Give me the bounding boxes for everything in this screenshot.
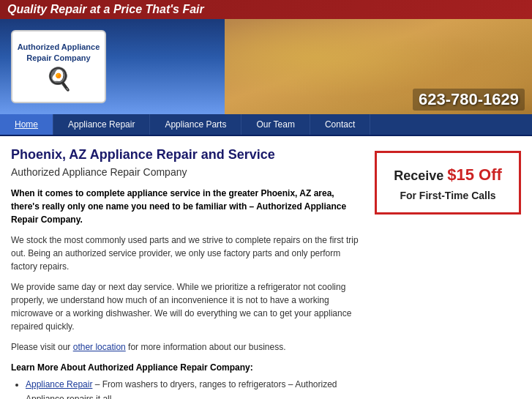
nav-home[interactable]: Home bbox=[0, 114, 53, 135]
logo-text: Authorized Appliance Repair Company bbox=[18, 42, 100, 63]
promo-text: Receive $15 Off bbox=[388, 164, 508, 187]
phone-number: 623-780-1629 bbox=[413, 89, 525, 111]
nav-appliance-parts[interactable]: Appliance Parts bbox=[150, 114, 241, 135]
page-title: Phoenix, AZ Appliance Repair and Service bbox=[11, 147, 364, 163]
para3: Please visit our other location for more… bbox=[11, 340, 364, 354]
nav-contact[interactable]: Contact bbox=[310, 114, 370, 135]
para1: We stock the most commonly used parts an… bbox=[11, 234, 364, 273]
promo-amount: $15 Off bbox=[447, 165, 502, 184]
logo-box: Authorized Appliance Repair Company 🍳 bbox=[11, 30, 106, 103]
header-area: Authorized Appliance Repair Company 🍳 62… bbox=[0, 19, 532, 114]
content-left: Phoenix, AZ Appliance Repair and Service… bbox=[11, 147, 364, 399]
nav-our-team[interactable]: Our Team bbox=[241, 114, 310, 135]
learn-more-title: Learn More About Authorized Appliance Re… bbox=[11, 362, 364, 373]
company-subheading: Authorized Appliance Repair Company bbox=[11, 166, 364, 178]
appliance-icon: 🍳 bbox=[45, 66, 72, 92]
list-item: Appliance Repair – From washers to dryer… bbox=[26, 377, 364, 399]
promo-box: Receive $15 Off For First-Time Calls bbox=[375, 151, 521, 215]
nav-appliance-repair[interactable]: Appliance Repair bbox=[53, 114, 150, 135]
appliance-repair-link[interactable]: Appliance Repair bbox=[26, 379, 92, 389]
promo-subtext: For First-Time Calls bbox=[388, 190, 508, 201]
nav-bar: Home Appliance Repair Appliance Parts Ou… bbox=[0, 114, 532, 136]
top-banner: Quality Repair at a Price That's Fair bbox=[0, 0, 532, 19]
intro-paragraph: When it comes to complete appliance serv… bbox=[11, 187, 364, 226]
content-right: Receive $15 Off For First-Time Calls bbox=[375, 147, 521, 399]
other-location-link[interactable]: other location bbox=[73, 342, 126, 352]
main-content: Phoenix, AZ Appliance Repair and Service… bbox=[0, 136, 532, 399]
banner-title: Quality Repair at a Price That's Fair bbox=[7, 3, 204, 15]
para2: We provide same day or next day service.… bbox=[11, 280, 364, 333]
header-right: 623-780-1629 bbox=[117, 19, 532, 114]
bullet-list: Appliance Repair – From washers to dryer… bbox=[26, 377, 364, 399]
